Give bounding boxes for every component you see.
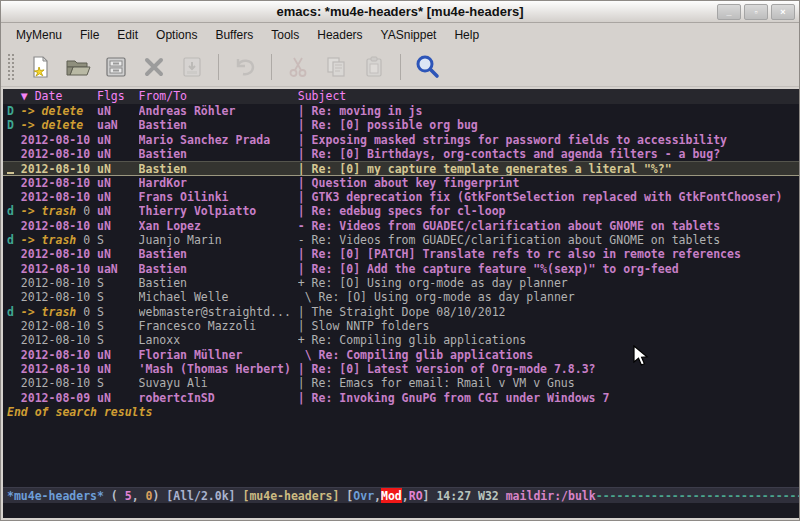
flags-cell: S: [97, 233, 139, 247]
message-row[interactable]: 2012-08-10uNFrans Oilinki| GTK3 deprecat…: [3, 190, 799, 204]
date-text: 2012-08-09: [21, 391, 90, 405]
from-cell: Xan Lopez: [139, 219, 298, 233]
flags-cell: S: [97, 276, 139, 290]
message-row[interactable]: d-> trash 0Swebmaster@straightd...| The …: [3, 305, 799, 319]
menu-help[interactable]: Help: [445, 25, 488, 45]
menu-options[interactable]: Options: [147, 25, 206, 45]
message-row[interactable]: d-> trash 0SJuanjo Marin- Re: Videos fro…: [3, 233, 799, 247]
toolbar-separator: [400, 54, 401, 80]
maximize-button[interactable]: ▫: [744, 4, 768, 20]
date-suffix: 0: [76, 305, 90, 319]
menu-tools[interactable]: Tools: [262, 25, 308, 45]
column-flags[interactable]: Flgs: [97, 89, 139, 104]
message-list: D-> deleteuNAndreas Röhler| Re: moving i…: [3, 104, 799, 405]
date-text: 2012-08-10: [21, 147, 90, 161]
from-cell: Francesco Mazzoli: [139, 319, 298, 333]
date-cell: 2012-08-10: [21, 147, 97, 161]
date-text: 2012-08-10: [21, 133, 90, 147]
window-title: emacs: *mu4e-headers* [mu4e-headers]: [1, 4, 799, 19]
mark-letter: [7, 276, 21, 290]
message-row[interactable]: 2012-08-10uNBastien| Re: [0] Birthdays, …: [3, 147, 799, 161]
mark-letter: [7, 176, 21, 190]
toolbar-grip[interactable]: [7, 53, 15, 81]
mark-letter: [7, 262, 21, 276]
emacs-point-cursor: [7, 172, 14, 174]
message-row[interactable]: 2012-08-10SSuvayu Ali| Re: Emacs for ema…: [3, 376, 799, 390]
menu-edit[interactable]: Edit: [108, 25, 147, 45]
message-row[interactable]: 2012-08-09uNrobertcInSD| Re: Invoking Gn…: [3, 391, 799, 405]
flags-cell: uN: [97, 247, 139, 261]
menu-buffers[interactable]: Buffers: [206, 25, 262, 45]
flags-cell: uaN: [97, 118, 139, 132]
message-row[interactable]: 2012-08-10SMichael Welle \ Re: [O] Using…: [3, 290, 799, 304]
from-cell: Juanjo Marin: [139, 233, 298, 247]
date-cell: 2012-08-10: [21, 362, 97, 376]
close-button[interactable]: ×: [771, 4, 795, 20]
flags-cell: uN: [97, 190, 139, 204]
mark-letter: [7, 219, 21, 233]
message-row[interactable]: d-> trash 0uNThierry Volpiatto| Re: edeb…: [3, 204, 799, 218]
mark-letter: [7, 319, 21, 333]
date-text: 2012-08-10: [21, 290, 90, 304]
cut-icon: [281, 51, 315, 83]
emacs-window: emacs: *mu4e-headers* [mu4e-headers] _ ▫…: [0, 0, 800, 521]
modeline-segment: ,: [374, 488, 381, 503]
message-row[interactable]: 2012-08-10uNBastien| Re: [0] my capture …: [3, 161, 799, 175]
message-row[interactable]: 2012-08-10SLanoxx+ Re: Compiling glib ap…: [3, 333, 799, 347]
message-row[interactable]: D-> deleteuNAndreas Röhler| Re: moving i…: [3, 104, 799, 118]
mark-letter: [7, 147, 21, 161]
save-icon[interactable]: [99, 51, 133, 83]
message-row[interactable]: 2012-08-10SFrancesco Mazzoli| Slow NNTP …: [3, 319, 799, 333]
message-row[interactable]: 2012-08-10uNHardKor| Question about key …: [3, 176, 799, 190]
search-icon[interactable]: [410, 51, 444, 83]
menu-mymenu[interactable]: MyMenu: [7, 25, 71, 45]
flags-cell: S: [97, 305, 139, 319]
modeline-segment: 14:27 W32: [436, 488, 505, 503]
open-folder-icon[interactable]: [61, 51, 95, 83]
mark-letter: [7, 290, 21, 304]
modeline-segment: (: [104, 488, 125, 503]
message-row[interactable]: 2012-08-10uaNBastien| Re: [0] Add the ca…: [3, 262, 799, 276]
menu-headers[interactable]: Headers: [308, 25, 371, 45]
mark-letter: d: [7, 204, 21, 218]
date-text: 2012-08-10: [21, 333, 90, 347]
date-text: 2012-08-10: [21, 219, 90, 233]
close-buffer-icon[interactable]: [137, 51, 171, 83]
flags-cell: S: [97, 333, 139, 347]
menu-file[interactable]: File: [71, 25, 108, 45]
column-date-sorted-desc[interactable]: ▼ Date: [21, 89, 97, 104]
date-text: 2012-08-10: [21, 319, 90, 333]
subject-cell: + Re: Compiling glib applications: [298, 333, 799, 347]
subject-cell: | Re: [0] Add the capture feature "%(sex…: [298, 262, 799, 276]
message-row[interactable]: 2012-08-10uN'Mash (Thomas Herbert)| Re: …: [3, 362, 799, 376]
mark-letter: [7, 247, 21, 261]
message-row[interactable]: D-> deleteuaNBastien| Re: [0] possible o…: [3, 118, 799, 132]
date-cell: 2012-08-10: [21, 319, 97, 333]
minimize-button[interactable]: _: [717, 4, 741, 20]
subject-cell: - Re: Videos from GUADEC/clarification a…: [298, 219, 799, 233]
message-row[interactable]: 2012-08-10uNXan Lopez- Re: Videos from G…: [3, 219, 799, 233]
flags-cell: S: [97, 290, 139, 304]
message-row[interactable]: 2012-08-10uNBastien| Re: [0] [PATCH] Tra…: [3, 247, 799, 261]
new-file-icon[interactable]: [23, 51, 57, 83]
modeline-segment: RO: [409, 488, 423, 503]
from-cell: Michael Welle: [139, 290, 298, 304]
save-as-icon: [175, 51, 209, 83]
subject-cell: | GTK3 deprecation fix (GtkFontSelection…: [298, 190, 799, 204]
undo-icon: [228, 51, 262, 83]
from-cell: Florian Müllner: [139, 348, 298, 362]
mark-action: -> delete: [21, 118, 83, 132]
date-cell: 2012-08-10: [21, 176, 97, 190]
from-cell: Mario Sanchez Prada: [139, 133, 298, 147]
from-cell: Bastien: [139, 147, 298, 161]
column-subject[interactable]: Subject: [298, 89, 799, 104]
modeline-segment: Mod: [381, 488, 402, 503]
modeline-segment: maildir:/bulk: [506, 488, 596, 503]
mode-line[interactable]: *mu4e-headers* ( 5, 0) [All/2.0k] [mu4e-…: [3, 487, 799, 503]
message-row[interactable]: 2012-08-10uNMario Sanchez Prada| Exposin…: [3, 133, 799, 147]
column-from-to[interactable]: From/To: [139, 89, 298, 104]
message-row[interactable]: 2012-08-10SBastien+ Re: [O] Using org-mo…: [3, 276, 799, 290]
menu-yasnippet[interactable]: YASnippet: [372, 25, 446, 45]
toolbar-separator: [271, 54, 272, 80]
message-row[interactable]: 2012-08-10uNFlorian Müllner \ Re: Compil…: [3, 348, 799, 362]
